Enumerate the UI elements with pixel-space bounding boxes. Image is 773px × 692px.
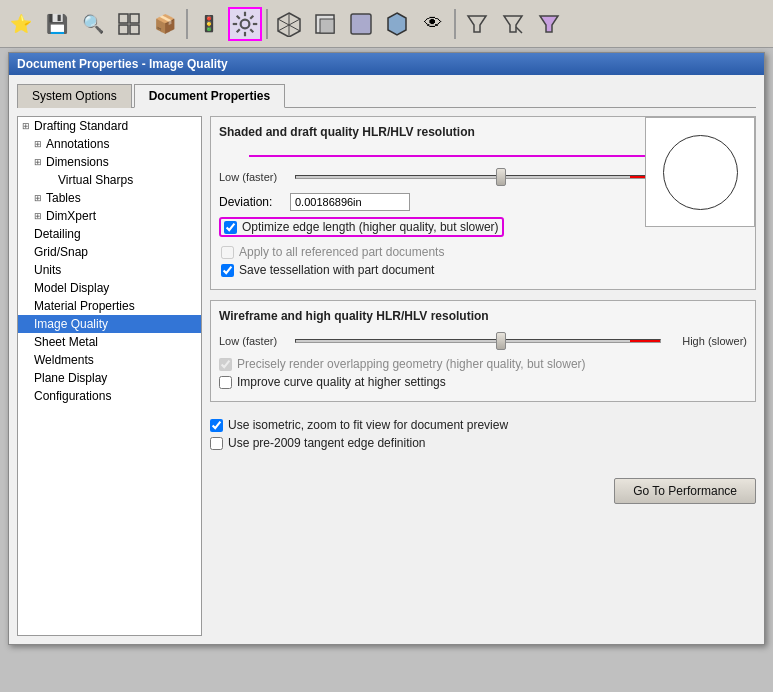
checkbox-optimize-label: Optimize edge length (higher quality, bu… xyxy=(242,220,499,234)
toolbar-icon-eye[interactable]: 👁 xyxy=(416,7,450,41)
tree-item-dimxpert[interactable]: ⊞ DimXpert xyxy=(18,207,201,225)
dialog-title: Document Properties - Image Quality xyxy=(17,57,228,71)
expand-icon: ⊞ xyxy=(34,211,44,221)
tree-item-plane-display[interactable]: Plane Display xyxy=(18,369,201,387)
toolbar-icon-search[interactable]: 🔍 xyxy=(76,7,110,41)
shaded-slider-track xyxy=(295,175,661,179)
shaded-low-label: Low (faster) xyxy=(219,171,289,183)
tree-item-image-quality[interactable]: Image Quality xyxy=(18,315,201,333)
toolbar-icon-traffic[interactable]: 🚦 xyxy=(192,7,226,41)
tree-item-configurations[interactable]: Configurations xyxy=(18,387,201,405)
tree-item-model-display[interactable]: Model Display xyxy=(18,279,201,297)
toolbar-icon-settings[interactable] xyxy=(228,7,262,41)
toolbar-icon-grid[interactable] xyxy=(112,7,146,41)
tree-item-drafting[interactable]: ⊞ Drafting Standard xyxy=(18,117,201,135)
expand-icon: ⊞ xyxy=(34,157,44,167)
dialog-content: System Options Document Properties ⊞ Dra… xyxy=(9,75,764,644)
expand-icon: ⊞ xyxy=(22,121,32,131)
svg-rect-1 xyxy=(130,14,139,23)
toolbar-icon-filter3[interactable] xyxy=(532,7,566,41)
button-row: Go To Performance xyxy=(210,478,756,504)
tree-item-weldments[interactable]: Weldments xyxy=(18,351,201,369)
wireframe-slider-thumb[interactable] xyxy=(496,332,506,350)
svg-line-10 xyxy=(250,29,253,32)
checkbox-save[interactable] xyxy=(221,264,234,277)
toolbar-sep-3 xyxy=(454,9,456,39)
checkbox-isometric-row: Use isometric, zoom to fit view for docu… xyxy=(210,418,756,432)
tab-system-options[interactable]: System Options xyxy=(17,84,132,108)
svg-marker-21 xyxy=(468,16,486,32)
wireframe-section-title: Wireframe and high quality HLR/HLV resol… xyxy=(219,309,747,323)
tree-item-gridsnap[interactable]: Grid/Snap xyxy=(18,243,201,261)
toolbar-icon-filter2[interactable] xyxy=(496,7,530,41)
main-layout: ⊞ Drafting Standard ⊞ Annotations ⊞ Dime… xyxy=(17,116,756,636)
svg-line-23 xyxy=(516,27,522,33)
toolbar-icon-cube3[interactable] xyxy=(344,7,378,41)
shaded-slider-thumb[interactable] xyxy=(496,168,506,186)
shaded-quality-section: Shaded and draft quality HLR/HLV resolut… xyxy=(210,116,756,290)
svg-rect-19 xyxy=(351,14,371,34)
shaded-slider-container[interactable] xyxy=(295,167,661,187)
svg-point-4 xyxy=(241,19,250,28)
filter2-icon xyxy=(502,13,524,35)
toolbar-icon-cube1[interactable] xyxy=(272,7,306,41)
bottom-section: Use isometric, zoom to fit view for docu… xyxy=(210,412,756,460)
checkbox-apply-row: Apply to all referenced part documents xyxy=(219,245,747,259)
checkbox-save-label: Save tessellation with part document xyxy=(239,263,434,277)
checkbox-apply[interactable] xyxy=(221,246,234,259)
cube-icon xyxy=(276,11,302,37)
wireframe-slider-container[interactable] xyxy=(295,331,661,351)
dialog-titlebar: Document Properties - Image Quality xyxy=(9,53,764,75)
search-icon: 🔍 xyxy=(82,13,104,35)
go-to-performance-button[interactable]: Go To Performance xyxy=(614,478,756,504)
filter3-icon xyxy=(538,13,560,35)
tree-item-dimensions[interactable]: ⊞ Dimensions xyxy=(18,153,201,171)
star-icon: ⭐ xyxy=(10,13,32,35)
toolbar-icon-cube2[interactable] xyxy=(308,7,342,41)
toolbar-icon-filter1[interactable] xyxy=(460,7,494,41)
tree-item-annotations[interactable]: ⊞ Annotations xyxy=(18,135,201,153)
box-icon: 📦 xyxy=(154,13,176,35)
deviation-input[interactable] xyxy=(290,193,410,211)
checkbox-pre2009-row: Use pre-2009 tangent edge definition xyxy=(210,436,756,450)
toolbar-icon-save[interactable]: 💾 xyxy=(40,7,74,41)
svg-line-12 xyxy=(237,29,240,32)
cube4-icon xyxy=(384,11,410,37)
checkbox-curve[interactable] xyxy=(219,376,232,389)
wireframe-low-label: Low (faster) xyxy=(219,335,289,347)
checkbox-apply-label: Apply to all referenced part documents xyxy=(239,245,444,259)
tree-item-material[interactable]: Material Properties xyxy=(18,297,201,315)
toolbar-icon-box[interactable]: 📦 xyxy=(148,7,182,41)
eye-icon: 👁 xyxy=(424,13,442,34)
checkbox-optimize[interactable] xyxy=(224,221,237,234)
checkbox-isometric[interactable] xyxy=(210,419,223,432)
svg-rect-3 xyxy=(130,25,139,34)
deviation-label: Deviation: xyxy=(219,195,284,209)
tree-item-sheet-metal[interactable]: Sheet Metal xyxy=(18,333,201,351)
expand-icon: ⊞ xyxy=(34,139,44,149)
svg-marker-20 xyxy=(388,13,406,35)
wireframe-slider-fill xyxy=(630,340,660,342)
tree-panel: ⊞ Drafting Standard ⊞ Annotations ⊞ Dime… xyxy=(17,116,202,636)
preview-box xyxy=(645,117,755,227)
svg-rect-18 xyxy=(320,19,334,33)
checkbox-precisely[interactable] xyxy=(219,358,232,371)
checkbox-curve-row: Improve curve quality at higher settings xyxy=(219,375,747,389)
wireframe-slider-track xyxy=(295,339,661,343)
expand-icon: ⊞ xyxy=(34,193,44,203)
traffic-light-icon: 🚦 xyxy=(199,14,219,33)
svg-rect-2 xyxy=(119,25,128,34)
svg-line-11 xyxy=(250,15,253,18)
toolbar-icon-cube4[interactable] xyxy=(380,7,414,41)
tree-item-virtual-sharps[interactable]: Virtual Sharps xyxy=(18,171,201,189)
checkbox-pre2009[interactable] xyxy=(210,437,223,450)
tree-item-units[interactable]: Units xyxy=(18,261,201,279)
svg-marker-24 xyxy=(540,16,558,32)
save-icon: 💾 xyxy=(46,13,68,35)
checkbox-pre2009-label: Use pre-2009 tangent edge definition xyxy=(228,436,425,450)
wireframe-slider-row: Low (faster) High (slower) xyxy=(219,331,747,351)
tree-item-tables[interactable]: ⊞ Tables xyxy=(18,189,201,207)
tab-document-properties[interactable]: Document Properties xyxy=(134,84,285,108)
toolbar-icon-1[interactable]: ⭐ xyxy=(4,7,38,41)
tree-item-detailing[interactable]: Detailing xyxy=(18,225,201,243)
